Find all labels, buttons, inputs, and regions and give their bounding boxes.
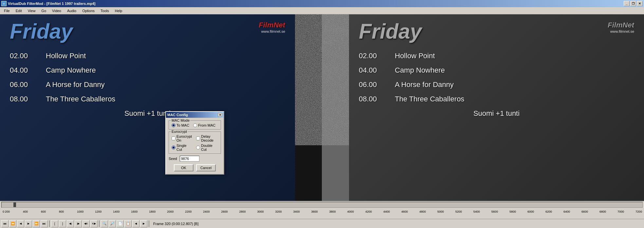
menu-edit[interactable]: Edit [13, 8, 25, 13]
dialog-close-button[interactable]: ✕ [218, 113, 222, 117]
btn-nav-left[interactable]: ◀ [132, 220, 139, 227]
tv-schedule-right: 02.00 Hollow Point 04.00 Camp Nowhere 06… [359, 52, 634, 103]
ruler-2400: 2400 [203, 210, 210, 213]
ruler-6200: 6200 [545, 210, 552, 213]
menu-options[interactable]: Options [80, 8, 97, 13]
checkbox-eurocrypt-on[interactable]: Eurocrypt On [172, 134, 192, 142]
noise-svg-dark [295, 14, 322, 145]
btn-next-mark[interactable]: |▶ [75, 220, 82, 227]
tv-time-left-3: 08.00 [10, 95, 33, 103]
menu-help[interactable]: Help [112, 8, 125, 13]
checkbox-eurocrypt-on-input[interactable] [172, 136, 175, 140]
ruler-1200: 1200 [95, 210, 101, 213]
radio-to-mac[interactable]: To MAC [172, 123, 189, 127]
tv-friday-right: Friday [359, 21, 422, 42]
btn-zoom-out[interactable]: 🔎 [109, 220, 116, 227]
menu-bar: File Edit View Go Video Audio Options To… [0, 7, 644, 14]
btn-paste[interactable]: 📋 [124, 220, 132, 227]
checkbox-delay-decode-label: Delay Decode [201, 134, 218, 142]
btn-zoom-in[interactable]: 🔍 [101, 220, 108, 227]
video-panel-middle: Friday 04.00 [295, 14, 349, 201]
btn-next-key[interactable]: K▶ [90, 220, 98, 227]
radio-double-cut-input[interactable] [196, 146, 200, 149]
ruler-6000: 6000 [527, 210, 534, 213]
radio-single-cut[interactable]: Single Cut [172, 144, 192, 151]
timeline-track[interactable] [1, 202, 643, 208]
ruler-800: 800 [59, 210, 64, 213]
btn-copy[interactable]: 📄 [117, 220, 124, 227]
separator-2 [99, 220, 100, 227]
ruler-4000: 4000 [347, 210, 354, 213]
cancel-button[interactable]: Cancel [196, 164, 216, 171]
tv-content-right: Friday FilmNet www.filmnet.se 02.00 Holl… [349, 14, 644, 201]
tv-item-right-2: 06.00 A Horse for Danny [359, 80, 634, 89]
btn-mark-out[interactable]: ] [59, 220, 66, 227]
menu-view[interactable]: View [25, 8, 38, 13]
tv-time-right-3: 08.00 [359, 95, 382, 103]
ruler-5800: 5800 [509, 210, 516, 213]
tv-header-right: Friday FilmNet www.filmnet.se [359, 21, 634, 42]
tv-footer-right: Suomi +1 tunti [359, 109, 634, 118]
timeline-ruler: 0 200 400 600 800 1000 1200 1400 1600 18… [1, 208, 643, 215]
tv-url-left: www.filmnet.se [259, 29, 285, 33]
ruler-1000: 1000 [77, 210, 83, 213]
ghost-text: Friday [323, 24, 349, 35]
ruler-3800: 3800 [329, 210, 336, 213]
dialog-buttons: OK Cancel [169, 164, 221, 171]
menu-video[interactable]: Video [49, 8, 64, 13]
tv-item-left-2: 06.00 A Horse for Danny [10, 80, 285, 89]
menu-audio[interactable]: Audio [64, 8, 79, 13]
menu-file[interactable]: File [1, 8, 12, 13]
checkbox-delay-decode-input[interactable] [196, 136, 200, 140]
checkbox-delay-decode[interactable]: Delay Decode [196, 134, 218, 142]
radio-single-cut-input[interactable] [172, 146, 175, 149]
eurocrypt-label: Eurocrypt [171, 130, 188, 133]
radio-to-mac-input[interactable] [172, 123, 175, 127]
radio-from-mac-input[interactable] [193, 123, 197, 127]
tv-time-left-2: 06.00 [10, 80, 33, 89]
btn-go-start[interactable]: ⏮ [1, 220, 9, 227]
restore-button[interactable]: ❐ [630, 1, 636, 6]
ruler-5400: 5400 [473, 210, 480, 213]
btn-back-fast[interactable]: ⏪ [9, 220, 16, 227]
btn-prev-mark[interactable]: ◀| [67, 220, 74, 227]
radio-double-cut[interactable]: Double Cut [196, 144, 218, 151]
tv-show-right-2: A Horse for Danny [395, 80, 454, 89]
ruler-7200: 7200 [635, 210, 642, 213]
tv-item-left-0: 02.00 Hollow Point [10, 52, 285, 60]
ruler-4800: 4800 [419, 210, 426, 213]
ruler-zero: 0 [3, 210, 4, 213]
separator-3 [149, 220, 149, 227]
ruler-2800: 2800 [239, 210, 246, 213]
video-panel-right: Friday FilmNet www.filmnet.se 02.00 Holl… [349, 14, 644, 201]
btn-nav-right[interactable]: ▶ [140, 220, 147, 227]
tv-show-left-0: Hollow Point [46, 52, 86, 60]
seed-input[interactable] [180, 156, 199, 162]
ruler-5200: 5200 [455, 210, 462, 213]
btn-forward-one[interactable]: ▶ [25, 220, 32, 227]
close-button[interactable]: ✕ [637, 1, 643, 6]
ok-button[interactable]: OK [174, 164, 193, 171]
tv-item-right-3: 08.00 The Three Caballeros [359, 95, 634, 103]
btn-forward-fast[interactable]: ⏩ [33, 220, 40, 227]
ruler-6400: 6400 [563, 210, 570, 213]
btn-mark-in[interactable]: [ [51, 220, 58, 227]
tv-item-left-3: 08.00 The Three Caballeros [10, 95, 285, 103]
btn-prev-key[interactable]: ◀K [83, 220, 90, 227]
ruler-5000: 5000 [437, 210, 444, 213]
scrubber-thumb[interactable] [13, 202, 16, 207]
ruler-1400: 1400 [113, 210, 120, 213]
menu-go[interactable]: Go [39, 8, 49, 13]
cut-options: Single Cut Double Cut [172, 144, 218, 151]
menu-tools[interactable]: Tools [98, 8, 112, 13]
app-icon: V [1, 1, 7, 6]
btn-go-end[interactable]: ⏭ [41, 220, 48, 227]
ruler-400: 400 [23, 210, 28, 213]
ruler-4400: 4400 [383, 210, 390, 213]
radio-from-mac[interactable]: From MAC [193, 123, 215, 127]
ruler-3000: 3000 [257, 210, 264, 213]
btn-back-one[interactable]: ◀ [17, 220, 24, 227]
scrubber-area: 0 200 400 600 800 1000 1200 1400 1600 18… [0, 201, 644, 219]
minimize-button[interactable]: _ [624, 1, 630, 6]
mac-config-dialog[interactable]: MAC Config ✕ MAC Mode To MAC From MAC [165, 111, 224, 175]
